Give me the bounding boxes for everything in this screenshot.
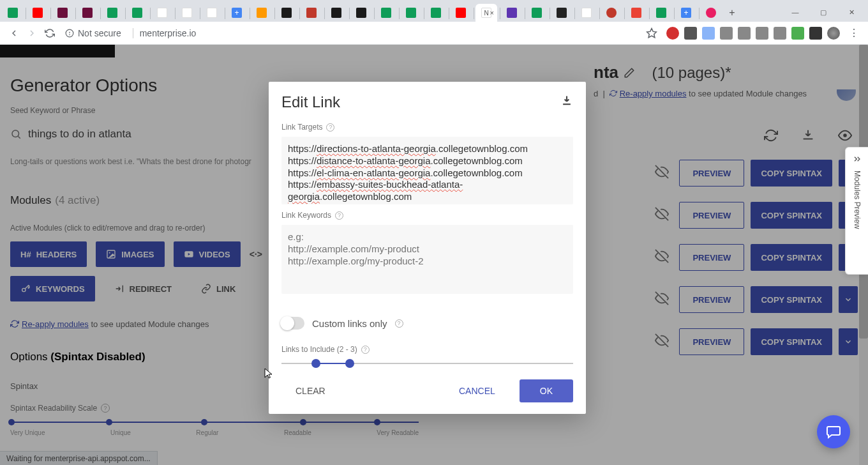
browser-tabstrip: + N× + + — ▢ ✕: [0, 0, 868, 22]
browser-tab[interactable]: [376, 4, 396, 22]
browser-tab[interactable]: [152, 4, 172, 22]
cancel-button[interactable]: CANCEL: [445, 379, 509, 402]
browser-tab[interactable]: [701, 4, 721, 22]
browser-tab[interactable]: [426, 4, 446, 22]
links-include-label: Links to Include (2 - 3): [281, 345, 357, 354]
browser-tab[interactable]: [77, 4, 98, 22]
link-targets-textarea[interactable]: https://directions-to-atlanta-georgia.co…: [281, 137, 573, 204]
browser-tab[interactable]: [251, 4, 272, 22]
help-icon[interactable]: ?: [361, 346, 370, 354]
ext-icon[interactable]: [684, 27, 697, 40]
ext-icon[interactable]: [738, 27, 751, 40]
help-icon[interactable]: ?: [395, 319, 403, 328]
modules-preview-tab[interactable]: Modules Preview: [845, 147, 868, 275]
custom-links-toggle[interactable]: [281, 317, 304, 330]
custom-links-label: Custom links only: [312, 318, 387, 329]
nav-reload[interactable]: [41, 24, 59, 42]
browser-tab[interactable]: [451, 4, 471, 22]
slider-handle-min[interactable]: [311, 359, 320, 368]
ext-icon[interactable]: [666, 27, 679, 40]
insecure-label: Not secure: [78, 28, 121, 38]
addressbar: Not secure menterprise.io ⋮: [0, 22, 868, 45]
svg-point-2: [70, 34, 70, 35]
mouse-cursor: [264, 368, 274, 383]
help-icon[interactable]: ?: [326, 123, 334, 132]
browser-tab[interactable]: +: [676, 4, 696, 22]
browser-tab[interactable]: [601, 4, 622, 22]
preview-tab-label: Modules Preview: [853, 171, 862, 229]
ext-icon[interactable]: [720, 27, 733, 40]
browser-tab[interactable]: [301, 4, 322, 22]
profile-avatar[interactable]: [827, 27, 840, 40]
security-indicator[interactable]: Not secure: [65, 28, 121, 38]
ext-icon[interactable]: [791, 27, 804, 40]
window-minimize[interactable]: —: [781, 3, 809, 22]
url-field[interactable]: Not secure menterprise.io: [65, 28, 640, 38]
browser-tab[interactable]: +: [227, 4, 247, 22]
window-close[interactable]: ✕: [837, 3, 865, 22]
browser-tab[interactable]: [276, 4, 297, 22]
ext-icon[interactable]: [756, 27, 768, 40]
window-maximize[interactable]: ▢: [809, 3, 837, 22]
nav-back[interactable]: [5, 24, 23, 42]
star-icon[interactable]: [646, 27, 657, 39]
browser-tab[interactable]: [651, 4, 671, 22]
link-keywords-label: Link Keywords: [281, 211, 331, 220]
browser-tab[interactable]: [52, 4, 73, 22]
chat-widget[interactable]: [817, 415, 850, 448]
browser-tab[interactable]: [102, 4, 123, 22]
nav-forward[interactable]: [23, 24, 41, 42]
browser-tab[interactable]: [27, 4, 48, 22]
browser-tab-active[interactable]: N×: [475, 4, 497, 22]
browser-tab[interactable]: [551, 4, 572, 22]
chrome-menu[interactable]: ⋮: [845, 24, 863, 42]
browser-tab[interactable]: [527, 4, 547, 22]
modal-title: Edit Link: [281, 93, 340, 111]
browser-tab[interactable]: [3, 4, 23, 22]
browser-tab[interactable]: [326, 4, 347, 22]
clear-button[interactable]: CLEAR: [281, 379, 340, 402]
browser-tab[interactable]: [202, 4, 222, 22]
url-host: menterprise.io: [140, 28, 197, 38]
puzzle-icon[interactable]: [809, 27, 822, 40]
browser-tab[interactable]: [626, 4, 647, 22]
ext-icon[interactable]: [774, 27, 786, 40]
new-tab-button[interactable]: +: [722, 4, 742, 22]
ok-button[interactable]: OK: [520, 379, 573, 402]
links-range-slider[interactable]: [281, 363, 573, 364]
browser-tab[interactable]: [127, 4, 147, 22]
ext-icon[interactable]: [702, 27, 715, 40]
svg-rect-13: [563, 103, 571, 105]
browser-tab[interactable]: [177, 4, 197, 22]
slider-handle-max[interactable]: [345, 359, 354, 368]
help-icon[interactable]: ?: [335, 211, 343, 220]
browser-tab[interactable]: [351, 4, 371, 22]
browser-tab[interactable]: [401, 4, 421, 22]
edit-link-modal: Edit Link Link Targets? https://directio…: [269, 82, 586, 414]
link-targets-label: Link Targets: [281, 123, 322, 132]
browser-tab[interactable]: [576, 4, 597, 22]
svg-marker-3: [647, 28, 657, 37]
chevron-right-icon: [852, 154, 862, 164]
link-keywords-textarea[interactable]: [281, 225, 573, 294]
download-icon[interactable]: [560, 95, 573, 110]
browser-tab[interactable]: [502, 4, 522, 22]
